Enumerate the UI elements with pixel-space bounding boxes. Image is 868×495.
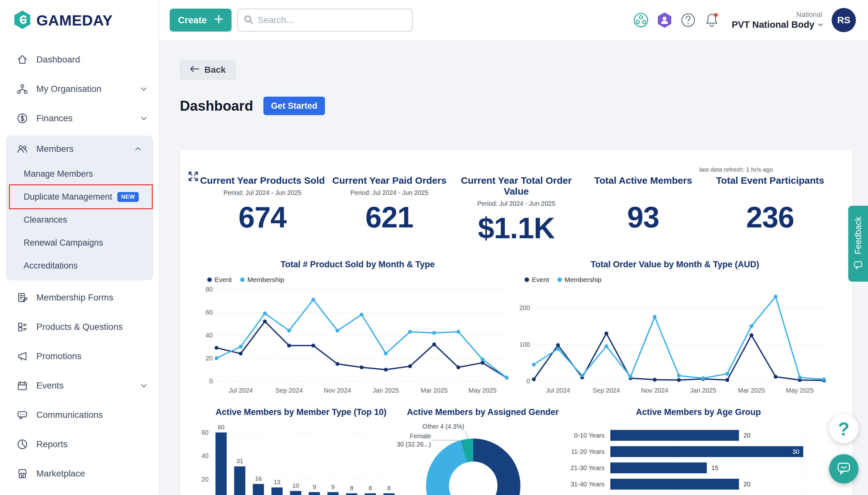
legend-item-membership: Membership <box>557 276 602 284</box>
sidebar-item-label: Products & Questions <box>36 322 123 332</box>
organisation-icon <box>16 83 29 95</box>
sidebar-item-events[interactable]: Events <box>0 371 159 400</box>
search-input[interactable] <box>258 15 406 25</box>
svg-text:20: 20 <box>206 355 213 362</box>
new-badge: NEW <box>117 192 139 202</box>
gameday-logo[interactable]: GAMEDAY <box>0 0 159 40</box>
sidebar-item-clearances[interactable]: Clearances <box>6 208 153 231</box>
product-sold-line-chart: 020406080Jul 2024Sep 2024Nov 2024Jan 202… <box>199 285 515 396</box>
svg-text:200: 200 <box>519 304 530 311</box>
kpi-value: 674 <box>199 201 326 234</box>
sub-item-label: Duplicate Management <box>23 192 112 202</box>
kpi-period: Period: Jul 2024 - Jun 2025 <box>453 200 580 208</box>
sidebar-item-promotions[interactable]: Promotions <box>0 342 159 371</box>
svg-text:Mar 2025: Mar 2025 <box>421 387 448 394</box>
sidebar-item-duplicate-management[interactable]: Duplicate Management NEW <box>6 185 153 208</box>
kpi-row: Current Year Products Sold Period: Jul 2… <box>199 175 834 245</box>
kpi-paid-orders: Current Year Paid Orders Period: Jul 202… <box>326 175 453 245</box>
sidebar-members-section: Members Manage Members Duplicate Managem… <box>6 136 153 280</box>
help-fab-button[interactable]: ? <box>829 414 858 443</box>
chat-bubble-icon <box>16 409 29 421</box>
gender-donut-chart: Other 4 (4.3%)Female30 (32.26...) <box>403 420 562 495</box>
search-box[interactable] <box>237 8 413 32</box>
kpi-period: Period: Jul 2024 - Jun 2025 <box>199 189 326 197</box>
sidebar-item-label: Events <box>36 380 64 391</box>
chat-fab-button[interactable] <box>829 454 858 483</box>
sidebar-item-products-questions[interactable]: Products & Questions <box>0 312 159 342</box>
svg-text:Female: Female <box>410 432 431 440</box>
kpi-value: 236 <box>707 201 834 234</box>
chart-title: Total Order Value by Month & Type (AUD) <box>516 260 834 270</box>
svg-text:Sep 2024: Sep 2024 <box>276 387 303 394</box>
storefront-icon <box>16 468 29 479</box>
member-type-chart-box: Active Members by Member Type (Top 10) 0… <box>199 407 403 495</box>
fullscreen-expand-icon[interactable] <box>188 171 199 183</box>
gameday-logo-text: GAMEDAY <box>36 12 112 29</box>
product-sold-chart-box: Total # Product Sold by Month & Type Eve… <box>199 260 516 396</box>
account-switcher[interactable]: National PVT National Body <box>732 11 822 30</box>
svg-text:20: 20 <box>743 432 750 439</box>
sidebar-item-manage-members[interactable]: Manage Members <box>6 163 153 185</box>
sidebar-item-label: Promotions <box>36 351 82 361</box>
sidebar: GAMEDAY Dashboard My Organisation Financ… <box>0 0 159 495</box>
sub-item-label: Manage Members <box>23 169 93 179</box>
members-group-icon <box>16 143 29 155</box>
sidebar-item-accreditations[interactable]: Accreditations <box>6 254 153 277</box>
gender-chart-box: Active Members by Assigned Gender Other … <box>403 407 562 495</box>
svg-text:Jan 2025: Jan 2025 <box>373 387 399 394</box>
sidebar-item-finances[interactable]: Finances <box>0 104 159 133</box>
kpi-title: Total Event Participants <box>707 175 834 186</box>
svg-text:Jan 2025: Jan 2025 <box>690 387 716 394</box>
legend-label: Event <box>532 276 549 284</box>
sidebar-item-reports[interactable]: Reports <box>0 430 159 459</box>
main-content: Back Dashboard Get Started last data ref… <box>159 40 868 495</box>
avatar[interactable]: RS <box>832 8 856 32</box>
sidebar-item-renewal-campaigns[interactable]: Renewal Campaigns <box>6 231 153 254</box>
svg-text:9: 9 <box>313 483 316 490</box>
megaphone-icon <box>16 351 29 362</box>
svg-text:8: 8 <box>369 485 372 492</box>
svg-text:Nov 2024: Nov 2024 <box>324 387 351 394</box>
bottom-charts-row: Active Members by Member Type (Top 10) 0… <box>199 407 834 495</box>
sidebar-item-membership-forms[interactable]: Membership Forms <box>0 283 159 312</box>
sidebar-item-label: Communications <box>36 410 103 420</box>
kpi-period <box>707 189 834 197</box>
sidebar-item-my-organisation[interactable]: My Organisation <box>0 74 159 104</box>
page-title: Dashboard <box>180 98 253 114</box>
kpi-title: Total Active Members <box>580 175 707 186</box>
chevron-down-icon <box>818 22 823 26</box>
kpi-value: $1.1K <box>453 211 580 245</box>
sidebar-item-label: Marketplace <box>36 468 85 479</box>
plus-icon <box>214 15 223 26</box>
account-region-label: National <box>732 11 822 19</box>
legend-dot <box>240 277 245 282</box>
help-icon[interactable] <box>679 12 697 29</box>
create-button[interactable]: Create <box>170 8 231 32</box>
svg-text:Sep 2024: Sep 2024 <box>593 387 620 394</box>
kpi-event-participants: Total Event Participants 236 <box>707 175 834 245</box>
chart-title: Active Members by Assigned Gender <box>403 407 562 417</box>
notifications-bell-icon[interactable] <box>703 12 721 29</box>
sidebar-item-marketplace[interactable]: Marketplace <box>0 459 159 488</box>
svg-text:8: 8 <box>350 485 353 492</box>
get-started-button[interactable]: Get Started <box>263 97 325 115</box>
kpi-total-order-value: Current Year Total Order Value Period: J… <box>453 175 580 245</box>
legend-item-membership: Membership <box>240 276 284 284</box>
svg-text:100: 100 <box>519 341 530 348</box>
svg-text:0: 0 <box>526 378 530 385</box>
network-icon[interactable] <box>632 12 649 29</box>
svg-text:40: 40 <box>206 332 213 339</box>
account-name: PVT National Body <box>732 19 814 30</box>
legend-item-event: Event <box>524 276 549 284</box>
sidebar-item-members[interactable]: Members <box>6 136 153 163</box>
chevron-down-icon <box>141 382 147 388</box>
feedback-tab[interactable]: Feedback <box>848 206 868 281</box>
legend-label: Membership <box>247 276 284 284</box>
svg-text:20: 20 <box>743 481 750 488</box>
back-button[interactable]: Back <box>180 60 236 80</box>
order-value-line-chart: 0100200Jul 2024Sep 2024Nov 2024Jan 2025M… <box>516 285 832 396</box>
sidebar-item-label: Reports <box>36 439 68 449</box>
sidebar-item-communications[interactable]: Communications <box>0 400 159 430</box>
passport-icon[interactable] <box>656 12 673 29</box>
sidebar-item-dashboard[interactable]: Dashboard <box>0 45 159 74</box>
